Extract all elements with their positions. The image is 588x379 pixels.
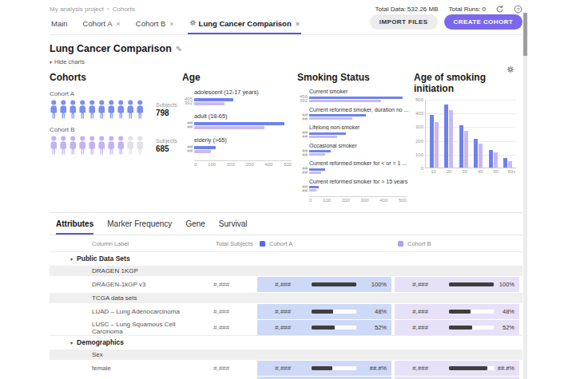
value-labels: #### — [297, 131, 308, 139]
cohort-b-value: #,### — [412, 308, 439, 315]
bar-group-lifelong-non-smoker: Lifelong non-smoker#### — [297, 124, 409, 139]
total-subjects-cell: #,### — [193, 277, 257, 292]
cohort-row: Subjects798 — [50, 97, 177, 119]
close-icon[interactable]: × — [117, 20, 121, 28]
cohort-a-bar — [194, 98, 233, 101]
cohort-a-bar — [489, 150, 493, 168]
cohort-a-bar — [312, 366, 332, 370]
hide-charts-toggle[interactable]: ▾ Hide charts — [50, 58, 522, 65]
tab-main[interactable]: Main — [50, 15, 70, 34]
cohort-a-bar — [309, 97, 403, 99]
y-tick-label: 0 — [421, 166, 423, 171]
close-icon[interactable]: × — [296, 20, 300, 28]
chart-settings-gear-icon[interactable] — [507, 62, 514, 77]
tab-lung-cancer-comparison[interactable]: Lung Cancer Comparison× — [188, 15, 301, 34]
category-label: Current reformed smoker, duration no ... — [309, 107, 409, 113]
category-label: Lifelong non-smoker — [309, 124, 409, 130]
breadcrumb-section[interactable]: Cohorts — [113, 6, 135, 13]
table-group-row-demographics[interactable]: ▾Demographics — [50, 335, 522, 349]
close-icon[interactable]: × — [169, 20, 173, 28]
page-title: Lung Cancer Comparison — [50, 43, 172, 54]
bar-row: #### — [297, 131, 409, 139]
create-cohort-button[interactable]: CREATE COHORT — [444, 14, 522, 30]
value-label: ## — [297, 117, 308, 121]
person-icon — [117, 136, 125, 155]
cohort-a-bar — [309, 132, 346, 135]
edit-icon[interactable]: ✎ — [176, 45, 182, 53]
tab-label: Main — [51, 19, 68, 28]
refresh-icon[interactable] — [495, 4, 504, 14]
person-icon — [50, 100, 58, 119]
table-subgroup-row-sex[interactable]: Sex — [50, 349, 522, 360]
bar-group-20 — [444, 105, 453, 168]
total-subjects-cell: #,### — [193, 361, 257, 376]
breadcrumb-project[interactable]: My analysis project — [50, 6, 104, 13]
cohort-b-bar — [194, 150, 211, 153]
table-subgroup-row-tcga-data-sets[interactable]: TCGA data sets — [50, 293, 522, 303]
cohort-a-legend-label: Cohort A — [269, 240, 292, 247]
total-data-value: 532.26 MB — [407, 6, 439, 13]
table-subgroup-row-dragen-1kgp[interactable]: DRAGEN 1KGP — [50, 266, 522, 276]
caret-down-icon[interactable]: ▾ — [70, 256, 73, 262]
table-row-luad-lung-adenocarcinoma[interactable]: LUAD – Lung Adenocarcinoma#,####,###48%#… — [50, 304, 522, 319]
cohort-b-bar — [449, 282, 494, 286]
person-icon — [59, 100, 68, 119]
x-tick-label: 50 — [491, 169, 500, 174]
cohort-b-bar — [449, 110, 453, 168]
bars — [194, 122, 284, 129]
x-tick-label: 20 — [445, 169, 454, 174]
tab-attributes[interactable]: Attributes — [56, 219, 93, 235]
cohort-a-bar — [309, 168, 325, 171]
bar-group-current-reformed-smoker-for-or-1: Current reformed smoker for < or = 1 ...… — [297, 160, 409, 175]
cohort-b-value: #,### — [412, 324, 439, 331]
hide-charts-label: Hide charts — [54, 58, 85, 65]
table-row-lusc-lung-squamous-cell-carcinoma[interactable]: LUSC – Lung Squamous Cell Carcinoma#,###… — [50, 320, 522, 335]
tab-survival[interactable]: Survival — [219, 219, 248, 235]
tab-cohort-a[interactable]: Cohort A× — [81, 15, 122, 34]
value-labels: #### — [297, 185, 308, 193]
cohort-a-bar — [459, 125, 463, 168]
tab-gene[interactable]: Gene — [185, 219, 205, 235]
cohort-b-bar — [494, 152, 498, 168]
cohorts-section: Cohorts Cohort ASubjects798Cohort BSubje… — [50, 72, 177, 204]
tab-cohort-b[interactable]: Cohort B× — [134, 15, 176, 34]
subgroup-label: TCGA data sets — [50, 294, 137, 302]
gridline — [426, 100, 516, 101]
caret-down-icon[interactable]: ▾ — [70, 340, 73, 345]
cohort-b-bar — [508, 161, 512, 168]
cohort-a-value: #,### — [275, 365, 302, 372]
tab-marker-frequency[interactable]: Marker Frequency — [107, 219, 172, 235]
cohort-b-bar — [449, 366, 487, 370]
value-label: 392 — [182, 101, 193, 105]
cohort-b-bar — [435, 122, 439, 168]
bar-row: #### — [297, 113, 409, 121]
tab-label: Cohort A — [83, 19, 113, 28]
gear-icon — [189, 19, 197, 28]
category-label: Current smoker — [309, 89, 409, 94]
vertical-scrollbar[interactable] — [523, 13, 527, 379]
app-window: My analysis project › Cohorts Total Data… — [0, 0, 588, 379]
cohort-b-legend-label: Cohort B — [407, 240, 431, 247]
value-label: ## — [297, 189, 308, 193]
x-tick-label: 10 — [429, 169, 438, 174]
x-axis-labels: 102030405060+ — [429, 168, 520, 174]
x-tick-label: 60+ — [507, 169, 516, 174]
cohort-b-bar — [309, 153, 325, 156]
category-label: adult (18-65) — [194, 113, 294, 120]
category-label: adolescent (12-17 years) — [194, 89, 294, 96]
gridline — [426, 141, 516, 142]
cohort-a-bar — [312, 326, 335, 330]
cohort-b-percent: 52% — [503, 324, 514, 331]
import-files-button[interactable]: IMPORT FILES — [370, 14, 438, 30]
help-icon[interactable]: ? — [513, 4, 522, 14]
table-row-female[interactable]: female#,####,#####.#%#,#####.#% — [50, 361, 522, 376]
top-stats: Total Data:532.26 MB Total Runs:0 ? — [374, 4, 522, 14]
table-group-row-public-data-sets[interactable]: ▾Public Data Sets — [50, 251, 522, 265]
bars — [194, 146, 216, 153]
table-row-dragen-1kgp-v3[interactable]: DRAGEN-1kGP v3#,####,###100%#,###100% — [50, 277, 522, 292]
total-subjects-cell: #,### — [193, 320, 257, 335]
table-header: Column Label Total Subjects Cohort A Coh… — [50, 235, 522, 251]
y-tick-label: 500 — [415, 97, 423, 102]
scrollbar-thumb[interactable] — [523, 13, 527, 56]
cohort-b-bar — [309, 189, 316, 191]
